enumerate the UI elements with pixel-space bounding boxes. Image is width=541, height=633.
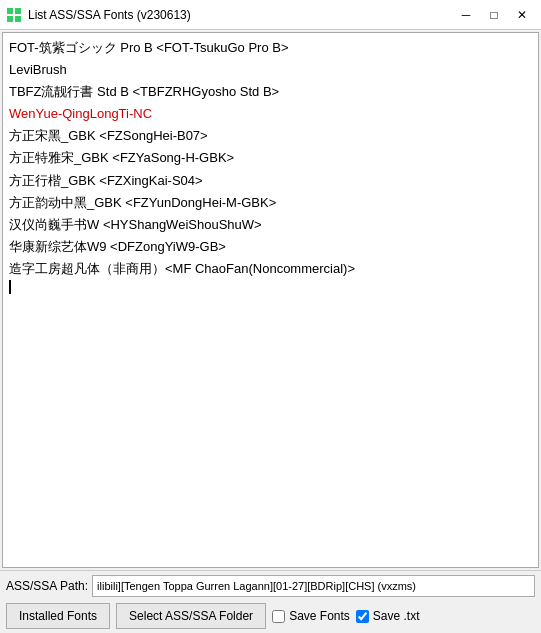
text-cursor bbox=[9, 280, 11, 294]
list-item: 方正行楷_GBK <FZXingKai-S04> bbox=[9, 170, 532, 192]
list-item: 造字工房超凡体（非商用）<MF ChaoFan(Noncommercial)> bbox=[9, 258, 532, 280]
font-list-area: FOT-筑紫ゴシック Pro B <FOT-TsukuGo Pro B>Levi… bbox=[2, 32, 539, 568]
save-fonts-checkbox[interactable] bbox=[272, 610, 285, 623]
title-bar-controls: ─ □ ✕ bbox=[453, 5, 535, 25]
select-folder-button[interactable]: Select ASS/SSA Folder bbox=[116, 603, 266, 629]
list-item: TBFZ流靓行書 Std B <TBFZRHGyosho Std B> bbox=[9, 81, 532, 103]
ass-path-label: ASS/SSA Path: bbox=[6, 579, 88, 593]
save-fonts-checkbox-group: Save Fonts bbox=[272, 609, 350, 623]
list-item: 方正宋黑_GBK <FZSongHei-B07> bbox=[9, 125, 532, 147]
buttons-row: Installed Fonts Select ASS/SSA Folder Sa… bbox=[6, 603, 535, 629]
ass-path-input[interactable] bbox=[92, 575, 535, 597]
title-bar: List ASS/SSA Fonts (v230613) ─ □ ✕ bbox=[0, 0, 541, 30]
save-txt-checkbox-group: Save .txt bbox=[356, 609, 420, 623]
cursor-line bbox=[9, 280, 532, 294]
save-fonts-label[interactable]: Save Fonts bbox=[289, 609, 350, 623]
list-item: 汉仪尚巍手书W <HYShangWeiShouShuW> bbox=[9, 214, 532, 236]
installed-fonts-button[interactable]: Installed Fonts bbox=[6, 603, 110, 629]
svg-rect-0 bbox=[7, 8, 13, 14]
close-button[interactable]: ✕ bbox=[509, 5, 535, 25]
svg-rect-3 bbox=[15, 16, 21, 22]
list-item: WenYue-QingLongTi-NC bbox=[9, 103, 532, 125]
maximize-button[interactable]: □ bbox=[481, 5, 507, 25]
list-item: 方正韵动中黑_GBK <FZYunDongHei-M-GBK> bbox=[9, 192, 532, 214]
list-item: FOT-筑紫ゴシック Pro B <FOT-TsukuGo Pro B> bbox=[9, 37, 532, 59]
bottom-bar: ASS/SSA Path: Installed Fonts Select ASS… bbox=[0, 570, 541, 633]
ass-path-row: ASS/SSA Path: bbox=[6, 575, 535, 597]
app-icon bbox=[6, 7, 22, 23]
list-item: 华康新综艺体W9 <DFZongYiW9-GB> bbox=[9, 236, 532, 258]
list-item: LeviBrush bbox=[9, 59, 532, 81]
save-txt-checkbox[interactable] bbox=[356, 610, 369, 623]
list-item: 方正特雅宋_GBK <FZYaSong-H-GBK> bbox=[9, 147, 532, 169]
svg-rect-2 bbox=[7, 16, 13, 22]
minimize-button[interactable]: ─ bbox=[453, 5, 479, 25]
svg-rect-1 bbox=[15, 8, 21, 14]
save-txt-label[interactable]: Save .txt bbox=[373, 609, 420, 623]
title-text: List ASS/SSA Fonts (v230613) bbox=[28, 8, 191, 22]
title-bar-left: List ASS/SSA Fonts (v230613) bbox=[6, 7, 191, 23]
